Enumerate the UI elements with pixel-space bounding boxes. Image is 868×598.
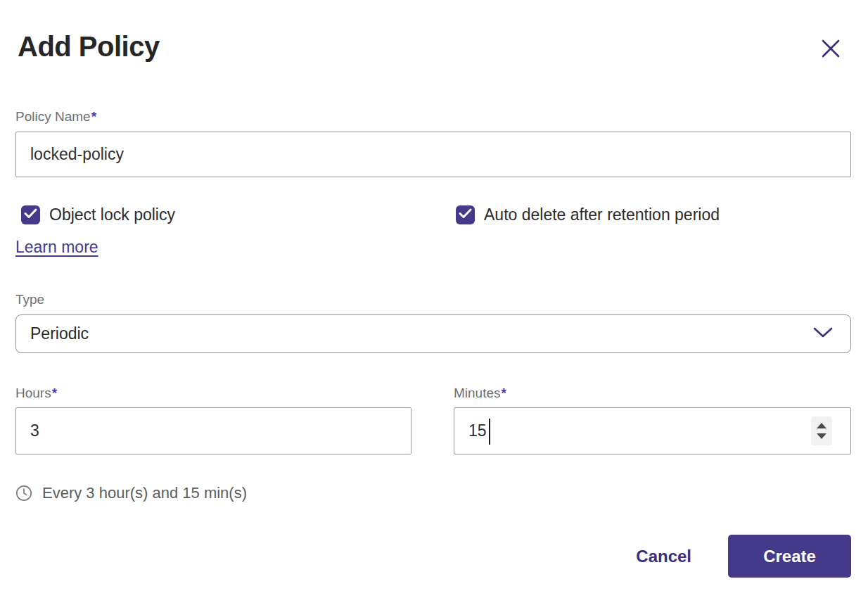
dialog-title: Add Policy xyxy=(15,31,160,63)
cancel-button[interactable]: Cancel xyxy=(634,547,693,566)
learn-more-link[interactable]: Learn more xyxy=(15,238,98,257)
minutes-field: Minutes* xyxy=(454,386,851,454)
hours-input[interactable] xyxy=(15,407,411,454)
policy-name-label: Policy Name* xyxy=(15,109,851,125)
close-icon xyxy=(819,52,843,63)
policy-name-input[interactable] xyxy=(15,132,851,177)
hours-label: Hours* xyxy=(15,386,411,401)
policy-name-field: Policy Name* xyxy=(15,109,851,177)
checkbox-row: Object lock policy Auto delete after ret… xyxy=(15,205,851,224)
policy-name-label-text: Policy Name xyxy=(15,109,91,124)
hours-label-text: Hours xyxy=(15,386,51,400)
object-lock-checkbox[interactable] xyxy=(21,205,40,224)
text-cursor xyxy=(489,419,490,445)
type-label: Type xyxy=(15,292,851,307)
auto-delete-checkbox[interactable] xyxy=(456,205,475,224)
schedule-summary: Every 3 hour(s) and 15 min(s) xyxy=(15,484,851,502)
number-stepper[interactable] xyxy=(811,416,832,445)
chevron-down-icon xyxy=(812,326,834,342)
checkmark-icon xyxy=(459,208,472,222)
time-row: Hours* Minutes* xyxy=(15,386,851,454)
clock-icon xyxy=(15,485,32,502)
dialog-footer: Cancel Create xyxy=(15,535,851,578)
minutes-label: Minutes* xyxy=(454,386,851,401)
object-lock-checkbox-group[interactable]: Object lock policy xyxy=(21,205,456,224)
schedule-summary-text: Every 3 hour(s) and 15 min(s) xyxy=(42,484,247,502)
object-lock-label: Object lock policy xyxy=(49,205,175,224)
type-field: Type Periodic xyxy=(15,292,851,353)
stepper-up-icon[interactable] xyxy=(817,423,826,428)
minutes-label-text: Minutes xyxy=(454,386,501,400)
auto-delete-label: Auto delete after retention period xyxy=(484,205,720,224)
stepper-down-icon[interactable] xyxy=(817,433,826,439)
required-asterisk: * xyxy=(52,386,57,400)
dialog-header: Add Policy xyxy=(15,31,851,63)
type-select[interactable]: Periodic xyxy=(15,314,851,353)
minutes-input[interactable] xyxy=(454,407,851,454)
close-button[interactable] xyxy=(819,37,843,61)
add-policy-dialog: Add Policy Policy Name* Obje xyxy=(0,31,868,578)
create-button[interactable]: Create xyxy=(728,535,851,578)
required-asterisk: * xyxy=(91,109,96,124)
hours-field: Hours* xyxy=(15,386,411,454)
required-asterisk: * xyxy=(502,386,506,400)
type-select-value: Periodic xyxy=(30,324,89,343)
checkmark-icon xyxy=(24,208,37,222)
auto-delete-checkbox-group[interactable]: Auto delete after retention period xyxy=(456,205,720,224)
